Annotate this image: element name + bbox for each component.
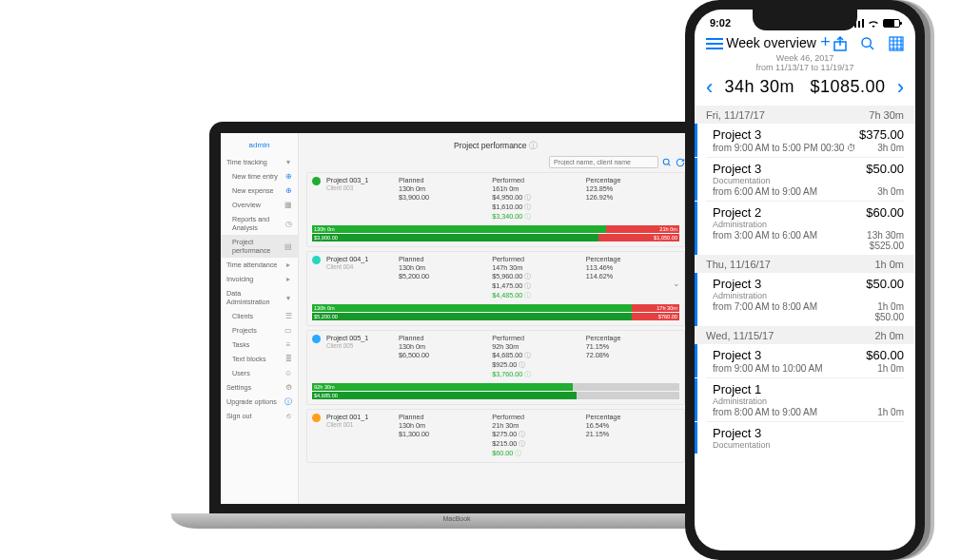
phone-shell: 9:02 Week overview + — [685, 0, 925, 560]
entry-title: Project 1 — [713, 382, 761, 396]
sidebar-item-new-expense[interactable]: New expense ⊕ — [221, 183, 298, 198]
sidebar-item-text-blocks[interactable]: Text blocks ≣ — [221, 352, 298, 366]
sidebar-item-project-performance[interactable]: Project performance ▤ — [221, 235, 298, 258]
sidebar-group-data-admin[interactable]: Data Administration ▾ — [221, 286, 298, 309]
clock-icon: ◷ — [285, 220, 292, 227]
time-entry[interactable]: Project 3 $375.00 from 9:00 AM to 5:00 P… — [695, 124, 915, 157]
sidebar-group-invoicing[interactable]: Invoicing ▸ — [221, 272, 298, 286]
project-card[interactable]: ⌄ Project 004_1 Client 004 Planned 130h … — [306, 251, 685, 326]
sidebar-item-reports[interactable]: Reports and Analysis ◷ — [221, 212, 298, 235]
date-range: from 11/13/17 to 11/19/17 — [695, 64, 915, 73]
pct-cost: 21.15% — [586, 430, 679, 438]
sidebar-item-upgrade[interactable]: Upgrade options ⓘ — [221, 395, 298, 409]
info-icon[interactable]: ⓘ — [529, 141, 538, 150]
sidebar-item-label: Text blocks — [232, 355, 266, 363]
svg-line-1 — [668, 164, 670, 165]
pct-cost: 114.62% — [586, 272, 679, 280]
project-card[interactable]: Project 001_1 Client 001 Planned 130h 0m… — [306, 409, 685, 463]
toolbar-title-area: Week overview + — [726, 32, 831, 52]
phone-device: 9:02 Week overview + — [685, 0, 925, 560]
phone-screen: 9:02 Week overview + — [695, 10, 915, 550]
sidebar-item-settings[interactable]: Settings ⚙ — [221, 380, 298, 395]
entries-list[interactable]: Fri, 11/17/17 7h 30m Project 3 $375.00 f… — [695, 106, 915, 454]
sidebar-item-overview[interactable]: Overview ▦ — [221, 198, 298, 212]
sidebar-item-tasks[interactable]: Tasks ≡ — [221, 338, 298, 352]
sidebar-item-label: Projects — [232, 326, 257, 335]
performed-profit: $3,340.00 ⓘ — [492, 212, 585, 222]
entry-amount: $50.00 — [866, 162, 904, 176]
text-icon: ≣ — [284, 356, 292, 363]
time-entry[interactable]: Project 1 Administration from 8:00 AM to… — [695, 378, 915, 421]
search-icon[interactable] — [662, 158, 672, 167]
entry-subtitle: Administration — [713, 291, 904, 300]
entry-detail: from 8:00 AM to 9:00 AM — [713, 407, 817, 417]
wifi-icon — [867, 18, 880, 28]
search-bar — [306, 156, 685, 168]
day-hours: 7h 30m — [869, 109, 904, 121]
entry-title: Project 3 — [713, 348, 761, 362]
project-card[interactable]: Project 005_1 Client 005 Planned 130h 0m… — [306, 330, 685, 405]
chevron-right-icon: ▸ — [284, 276, 292, 283]
time-entry[interactable]: Project 3 Documentation — [695, 422, 915, 454]
sidebar-item-label: New time entry — [232, 172, 278, 181]
client-name: Client 005 — [326, 342, 393, 349]
calendar-grid-icon[interactable] — [889, 36, 904, 51]
entry-title: Project 3 — [713, 426, 761, 440]
sidebar-item-label: Upgrade options — [226, 397, 277, 406]
users-icon: ☺ — [284, 370, 292, 377]
expand-icon[interactable]: ⌄ — [673, 279, 680, 288]
entry-detail: from 6:00 AM to 9:00 AM — [713, 186, 817, 197]
chevron-right-icon: ▸ — [284, 261, 292, 269]
time-entry[interactable]: Project 2 $60.00 Administration from 3:0… — [695, 202, 915, 255]
add-icon[interactable]: + — [820, 32, 831, 51]
chevron-down-icon: ▾ — [284, 294, 292, 301]
col-header-planned: Planned — [399, 334, 423, 342]
sidebar-group-time-attendance[interactable]: Time attendance ▸ — [221, 258, 298, 272]
entry-right: 3h 0m — [877, 143, 904, 153]
day-hours: 1h 0m — [874, 259, 904, 270]
sidebar-item-users[interactable]: Users ☺ — [221, 366, 298, 380]
refresh-icon[interactable] — [676, 158, 685, 167]
sidebar-item-label: Reports and Analysis — [232, 215, 285, 232]
info-icon: ⓘ — [284, 398, 292, 406]
prev-week-button[interactable]: ‹ — [706, 75, 713, 100]
project-card[interactable]: Project 003_1 Client 003 Planned 130h 0m… — [306, 172, 685, 247]
gear-icon: ⚙ — [284, 384, 292, 392]
entry-subtitle: Administration — [713, 220, 904, 229]
day-date: Fri, 11/17/17 — [706, 109, 765, 121]
entry-amount: $60.00 — [866, 348, 904, 362]
project-color-dot — [312, 335, 321, 343]
time-entry[interactable]: Project 3 $60.00 from 9:00 AM to 10:00 A… — [695, 344, 915, 377]
planned-hours: 130h 0m — [399, 184, 492, 193]
time-entry[interactable]: Project 3 $50.00 Administration from 7:0… — [695, 273, 915, 326]
sidebar-item-label: Sign out — [226, 412, 251, 420]
menu-icon[interactable] — [706, 37, 723, 50]
col-header-performed: Performed — [492, 413, 524, 421]
project-name: Project 004_1 — [326, 255, 393, 263]
project-color-dot — [312, 414, 321, 422]
search-input[interactable] — [549, 156, 658, 168]
pct-hours: 16.54% — [586, 421, 679, 430]
entry-title: Project 3 — [713, 277, 761, 291]
sidebar-item-label: Settings — [226, 383, 251, 392]
sidebar-item-new-time-entry[interactable]: New time entry ⊕ — [221, 169, 298, 183]
share-icon[interactable] — [833, 36, 847, 51]
sidebar-user[interactable]: admin — [221, 137, 298, 155]
next-week-button[interactable]: › — [897, 75, 904, 100]
col-header-performed: Performed — [492, 334, 524, 342]
sidebar-group-time-tracking[interactable]: Time tracking ▾ — [221, 155, 298, 169]
sidebar-item-clients[interactable]: Clients ☰ — [221, 309, 298, 323]
day-header: Fri, 11/17/17 7h 30m — [695, 106, 915, 124]
entry-title: Project 2 — [713, 205, 761, 220]
time-entry[interactable]: Project 3 $50.00 Documentation from 6:00… — [695, 158, 915, 201]
search-icon[interactable] — [860, 36, 875, 51]
sidebar-group-label: Invoicing — [226, 275, 253, 283]
sidebar-item-projects[interactable]: Projects ▭ — [221, 323, 298, 338]
summary-hours: 34h 30m — [724, 77, 794, 96]
chart-icon: ▤ — [284, 242, 292, 250]
col-header-percentage: Percentage — [586, 413, 621, 421]
performed-hours: 21h 30m — [492, 421, 585, 430]
sidebar-item-signout[interactable]: Sign out ⎋ — [221, 409, 298, 423]
entry-amount: $375.00 — [859, 127, 904, 142]
col-header-performed: Performed — [492, 255, 524, 263]
